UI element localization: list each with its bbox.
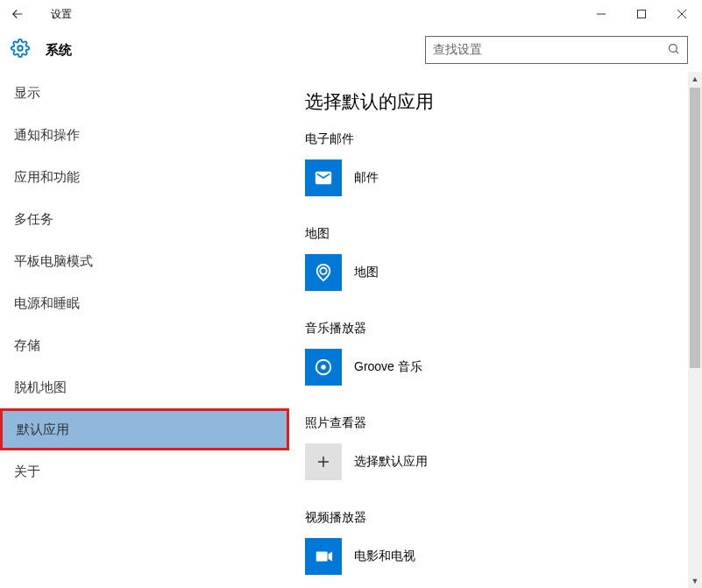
section-label-music: 音乐播放器 xyxy=(305,321,702,337)
sidebar-item-label: 平板电脑模式 xyxy=(14,253,93,270)
sidebar-item-display[interactable]: 显示 xyxy=(0,72,289,114)
sidebar-item-label: 电源和睡眠 xyxy=(14,295,80,312)
section-label-maps: 地图 xyxy=(305,226,702,242)
svg-point-5 xyxy=(670,44,677,52)
default-app-music[interactable]: Groove 音乐 xyxy=(305,349,702,386)
search-icon xyxy=(667,42,680,59)
default-app-video[interactable]: 电影和电视 xyxy=(305,538,702,575)
sidebar-item-multitask[interactable]: 多任务 xyxy=(0,198,289,240)
search-placeholder: 查找设置 xyxy=(433,42,482,58)
sidebar-item-tablet[interactable]: 平板电脑模式 xyxy=(0,240,289,282)
scroll-up-arrow-icon[interactable]: ▲ xyxy=(688,72,702,86)
window-controls xyxy=(581,0,702,28)
maps-icon xyxy=(305,254,342,291)
section-label-photos: 照片查看器 xyxy=(305,415,702,431)
default-app-photos[interactable]: 选择默认应用 xyxy=(305,443,702,480)
section-label-email: 电子邮件 xyxy=(305,131,702,147)
sidebar-item-notifications[interactable]: 通知和操作 xyxy=(0,114,289,156)
close-button[interactable] xyxy=(662,0,702,28)
titlebar: 设置 xyxy=(0,0,702,28)
arrow-left-icon xyxy=(10,6,25,22)
app-name-label: 电影和电视 xyxy=(354,549,415,564)
maximize-icon xyxy=(637,10,646,18)
sidebar-item-offline-maps[interactable]: 脱机地图 xyxy=(0,366,289,408)
main-panel: 选择默认的应用 电子邮件 邮件 地图 地图 音乐播放器 Groove 音乐 照片… xyxy=(289,72,702,588)
app-name-label: 选择默认应用 xyxy=(354,454,428,470)
svg-point-7 xyxy=(320,268,326,274)
sidebar-item-label: 显示 xyxy=(14,85,40,102)
content-area: 显示 通知和操作 应用和功能 多任务 平板电脑模式 电源和睡眠 存储 脱机地图 … xyxy=(0,72,702,588)
sidebar-item-label: 存储 xyxy=(14,337,40,354)
app-name-label: Groove 音乐 xyxy=(354,359,422,375)
sidebar-item-label: 关于 xyxy=(14,464,40,480)
svg-marker-13 xyxy=(329,552,333,562)
default-app-email[interactable]: 邮件 xyxy=(305,159,702,196)
svg-rect-12 xyxy=(316,552,328,562)
sidebar-item-about[interactable]: 关于 xyxy=(0,450,289,492)
maximize-button[interactable] xyxy=(621,0,662,28)
back-button[interactable] xyxy=(0,0,35,28)
svg-point-4 xyxy=(18,46,23,51)
scrollbar-thumb[interactable] xyxy=(690,88,700,368)
scroll-down-arrow-icon[interactable]: ▼ xyxy=(688,574,702,588)
mail-icon xyxy=(305,159,342,196)
sidebar-item-label: 脱机地图 xyxy=(14,379,67,396)
header: 系统 查找设置 xyxy=(0,28,702,72)
plus-icon xyxy=(305,443,342,480)
svg-line-6 xyxy=(676,51,678,53)
sidebar-item-storage[interactable]: 存储 xyxy=(0,324,289,366)
sidebar-item-label: 应用和功能 xyxy=(14,169,80,186)
main-heading: 选择默认的应用 xyxy=(305,89,702,114)
minimize-button[interactable] xyxy=(581,0,621,28)
sidebar-item-label: 多任务 xyxy=(14,211,53,228)
sidebar-item-label: 通知和操作 xyxy=(14,127,80,144)
video-icon xyxy=(305,538,342,575)
titlebar-left: 设置 xyxy=(0,0,72,28)
search-input[interactable]: 查找设置 xyxy=(425,36,688,64)
default-app-maps[interactable]: 地图 xyxy=(305,254,702,291)
gear-icon xyxy=(11,39,30,61)
minimize-icon xyxy=(597,10,606,18)
sidebar-item-label: 默认应用 xyxy=(17,422,69,438)
page-title: 系统 xyxy=(46,42,72,59)
app-name-label: 邮件 xyxy=(354,170,379,186)
header-left: 系统 xyxy=(11,39,72,61)
svg-rect-1 xyxy=(638,11,646,18)
window-title: 设置 xyxy=(51,7,72,22)
sidebar-item-apps-features[interactable]: 应用和功能 xyxy=(0,156,289,198)
music-icon xyxy=(305,349,342,386)
sidebar: 显示 通知和操作 应用和功能 多任务 平板电脑模式 电源和睡眠 存储 脱机地图 … xyxy=(0,72,289,588)
close-icon xyxy=(677,10,686,18)
scrollbar[interactable]: ▲ ▼ xyxy=(688,72,702,588)
section-label-video: 视频播放器 xyxy=(305,510,702,526)
sidebar-item-default-apps[interactable]: 默认应用 xyxy=(0,408,289,450)
sidebar-item-power[interactable]: 电源和睡眠 xyxy=(0,282,289,324)
app-name-label: 地图 xyxy=(354,265,379,280)
svg-point-9 xyxy=(322,365,325,369)
